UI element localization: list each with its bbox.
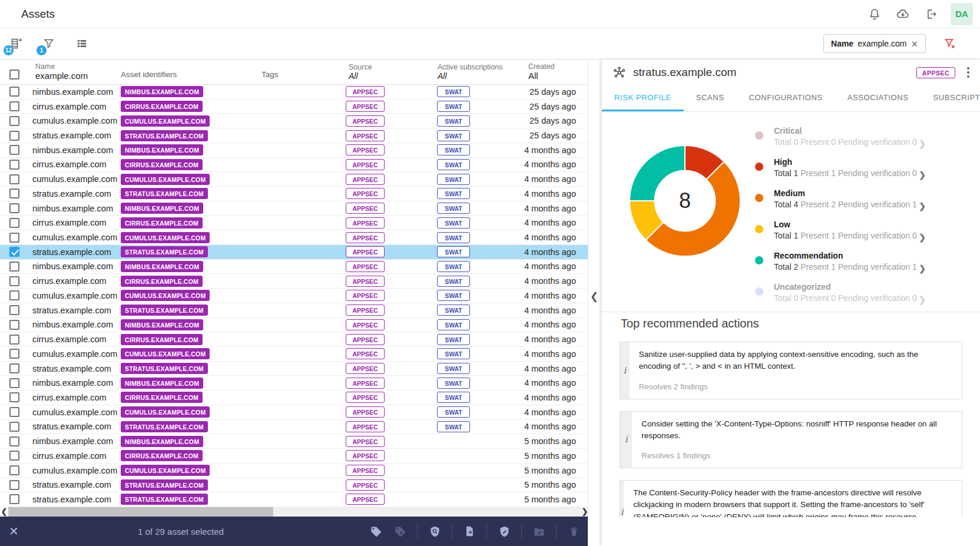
column-header-name[interactable]: Name (35, 62, 118, 71)
row-checkbox[interactable] (9, 116, 19, 126)
row-checkbox[interactable] (9, 160, 19, 170)
column-filter-subscriptions[interactable]: All (438, 71, 504, 81)
row-checkbox[interactable] (9, 422, 19, 432)
cloud-download-icon[interactable] (894, 5, 912, 23)
table-row[interactable]: stratus.example.comSTRATUS.EXAMPLE.COMAP… (0, 492, 588, 507)
table-row[interactable]: cumulus.example.comCUMULUS.EXAMPLE.COMAP… (0, 114, 588, 128)
row-checkbox[interactable] (9, 145, 19, 155)
column-header-created[interactable]: Created (528, 62, 588, 71)
table-row[interactable]: cumulus.example.comCUMULUS.EXAMPLE.COMAP… (0, 347, 588, 362)
legend-item-critical[interactable]: CriticalTotal 0 Present 0 Pending verifi… (755, 126, 926, 148)
table-row[interactable]: cumulus.example.comCUMULUS.EXAMPLE.COMAP… (0, 289, 588, 303)
remove-tag-icon[interactable] (393, 524, 407, 538)
add-tag-icon[interactable] (369, 524, 383, 538)
legend-item-high[interactable]: HighTotal 1 Present 1 Pending verificati… (755, 157, 926, 180)
table-row[interactable]: stratus.example.comSTRATUS.EXAMPLE.COMAP… (0, 245, 588, 260)
row-checkbox[interactable] (9, 465, 19, 475)
collapse-panel-icon[interactable]: ❮ (590, 290, 598, 303)
table-row[interactable]: cumulus.example.comCUMULUS.EXAMPLE.COMAP… (0, 464, 588, 478)
table-row[interactable]: cirrus.example.comCIRRUS.EXAMPLE.COMAPPS… (0, 391, 588, 405)
table-row[interactable]: stratus.example.comSTRATUS.EXAMPLE.COMAP… (0, 128, 588, 143)
legend-item-recommendation[interactable]: RecommendationTotal 2 Present 1 Pending … (755, 251, 926, 273)
edit-group-icon[interactable] (532, 524, 546, 538)
table-row[interactable]: cumulus.example.comCUMULUS.EXAMPLE.COMAP… (0, 230, 588, 245)
scroll-left-icon[interactable]: ❮ (0, 507, 8, 517)
legend-item-medium[interactable]: MediumTotal 4 Present 2 Pending verifica… (755, 188, 926, 211)
table-row[interactable]: cumulus.example.comCUMULUS.EXAMPLE.COMAP… (0, 405, 588, 420)
export-report-icon[interactable] (462, 524, 476, 538)
select-all-checkbox[interactable] (9, 70, 19, 80)
row-checkbox[interactable] (9, 276, 19, 286)
tab-risk-profile[interactable]: RISK PROFILE (602, 85, 684, 111)
tab-subscriptions[interactable]: SUBSCRIPTIONS (921, 85, 980, 111)
row-checkbox[interactable] (9, 378, 19, 388)
row-checkbox[interactable] (9, 203, 19, 213)
tab-associations[interactable]: ASSOCIATIONS (835, 85, 921, 111)
table-row[interactable]: cirrus.example.comCIRRUS.EXAMPLE.COMAPPS… (0, 100, 588, 114)
table-row[interactable]: stratus.example.comSTRATUS.EXAMPLE.COMAP… (0, 478, 588, 492)
table-row[interactable]: cirrus.example.comCIRRUS.EXAMPLE.COMAPPS… (0, 274, 588, 289)
column-filter-created[interactable]: All (528, 71, 588, 81)
row-checkbox[interactable] (9, 349, 19, 359)
table-row[interactable]: cirrus.example.comCIRRUS.EXAMPLE.COMAPPS… (0, 332, 588, 347)
column-header-tags[interactable]: Tags (250, 70, 327, 81)
scrollbar-thumb[interactable] (8, 507, 273, 517)
tab-configurations[interactable]: CONFIGURATIONS (737, 85, 835, 111)
row-checkbox[interactable] (9, 262, 19, 272)
scan-asset-icon[interactable] (428, 524, 442, 538)
column-filter-source[interactable]: All (349, 71, 403, 81)
column-header-identifiers[interactable]: Asset identifiers (118, 70, 250, 81)
row-checkbox[interactable] (9, 436, 19, 446)
table-row[interactable]: stratus.example.comSTRATUS.EXAMPLE.COMAP… (0, 420, 588, 435)
row-checkbox[interactable] (9, 233, 19, 243)
logout-icon[interactable] (922, 5, 940, 23)
avatar[interactable]: DA (951, 3, 973, 25)
table-row[interactable]: cumulus.example.comCUMULUS.EXAMPLE.COMAP… (0, 172, 588, 187)
remove-filter-chip-icon[interactable]: ✕ (911, 39, 918, 48)
column-header-subscriptions[interactable]: Active subscriptions (438, 63, 504, 71)
row-checkbox[interactable] (9, 407, 19, 417)
table-row[interactable]: stratus.example.comSTRATUS.EXAMPLE.COMAP… (0, 362, 588, 376)
table-row[interactable]: nimbus.example.comNIMBUS.EXAMPLE.COMAPPS… (0, 85, 588, 100)
table-row[interactable]: nimbus.example.comNIMBUS.EXAMPLE.COMAPPS… (0, 434, 588, 449)
manage-columns-button[interactable]: 12 (6, 34, 26, 54)
table-row[interactable]: stratus.example.comSTRATUS.EXAMPLE.COMAP… (0, 303, 588, 318)
column-filter-name[interactable]: example.com (35, 71, 118, 81)
row-checkbox[interactable] (9, 87, 19, 97)
column-header-source[interactable]: Source (349, 63, 403, 71)
row-checkbox[interactable] (9, 494, 19, 504)
delete-icon[interactable] (567, 524, 581, 538)
row-checkbox[interactable] (9, 305, 19, 315)
edit-policy-icon[interactable] (497, 524, 511, 538)
row-checkbox[interactable] (9, 363, 19, 373)
row-checkbox[interactable] (9, 320, 19, 330)
row-checkbox[interactable] (9, 451, 19, 461)
table-row[interactable]: nimbus.example.comNIMBUS.EXAMPLE.COMAPPS… (0, 143, 588, 158)
notifications-bell-icon[interactable] (866, 5, 883, 23)
horizontal-scrollbar[interactable]: ❮ ❯ (0, 507, 588, 517)
active-filter-chip[interactable]: Name example.com ✕ (823, 34, 926, 53)
panel-menu-icon[interactable] (965, 65, 972, 80)
clear-selection-icon[interactable]: ✕ (9, 524, 23, 538)
table-row[interactable]: cirrus.example.comCIRRUS.EXAMPLE.COMAPPS… (0, 449, 588, 464)
table-row[interactable]: nimbus.example.comNIMBUS.EXAMPLE.COMAPPS… (0, 260, 588, 274)
row-checkbox[interactable] (9, 480, 19, 490)
legend-item-uncategorized[interactable]: UncategorizedTotal 0 Present 0 Pending v… (755, 282, 926, 305)
row-checkbox[interactable] (9, 101, 19, 111)
filter-button[interactable]: 1 (39, 34, 59, 54)
table-row[interactable]: cirrus.example.comCIRRUS.EXAMPLE.COMAPPS… (0, 216, 588, 230)
table-row[interactable]: nimbus.example.comNIMBUS.EXAMPLE.COMAPPS… (0, 318, 588, 333)
table-row[interactable]: cirrus.example.comCIRRUS.EXAMPLE.COMAPPS… (0, 158, 588, 173)
legend-item-low[interactable]: LowTotal 1 Present 1 Pending verificatio… (755, 220, 926, 242)
table-row[interactable]: nimbus.example.comNIMBUS.EXAMPLE.COMAPPS… (0, 201, 588, 216)
row-checkbox[interactable] (9, 392, 19, 402)
row-checkbox[interactable] (9, 218, 19, 228)
row-checkbox[interactable] (9, 188, 19, 198)
clear-all-filters-icon[interactable] (941, 35, 959, 52)
row-checkbox[interactable] (9, 335, 19, 345)
row-checkbox[interactable] (9, 174, 19, 184)
row-checkbox[interactable] (9, 131, 19, 141)
table-row[interactable]: stratus.example.comSTRATUS.EXAMPLE.COMAP… (0, 187, 588, 201)
row-checkbox[interactable] (9, 290, 19, 300)
table-row[interactable]: nimbus.example.comNIMBUS.EXAMPLE.COMAPPS… (0, 376, 588, 391)
